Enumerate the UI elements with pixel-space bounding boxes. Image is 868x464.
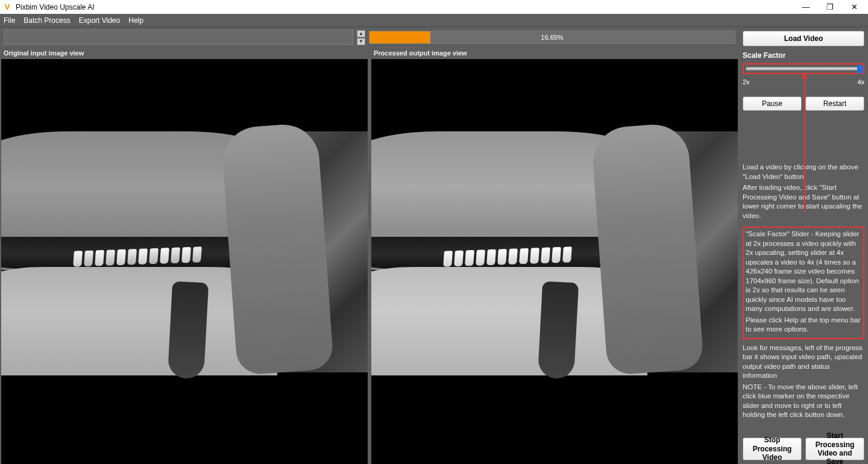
restart-button[interactable]: Restart (805, 96, 864, 111)
frame-stepper: ▲ ▼ (357, 30, 365, 45)
progress-text: 16.65% (541, 34, 563, 41)
progress-bar: 16.65% (369, 31, 735, 44)
instructions-text-2: Look for messages, left of the progress … (743, 343, 864, 422)
menu-bar: File Batch Process Export Video Help (0, 14, 868, 27)
title-bar: V Pixbim Video Upscale AI — ❐ ✕ (0, 0, 868, 14)
menu-batch-process[interactable]: Batch Process (24, 16, 70, 25)
scale-min-label: 2x (743, 78, 750, 86)
stop-processing-button[interactable]: Stop Processing Video (743, 437, 802, 460)
processed-image-view (371, 59, 738, 464)
video-path-display (4, 30, 353, 45)
settings-panel: Load Video Scale Factor 2x 4x Pause Rest… (739, 27, 868, 464)
app-logo-icon: V (2, 2, 12, 12)
scale-max-label: 4x (857, 78, 864, 86)
scale-factor-slider-thumb[interactable] (857, 65, 863, 74)
toolbar-row: ▲ ▼ 16.65% (0, 27, 739, 48)
scale-factor-label: Scale Factor (743, 51, 864, 60)
app-title: Pixbim Video Upscale AI (16, 3, 800, 11)
scale-instructions-highlight: "Scale Factor" Slider - Keeping slider a… (743, 227, 864, 339)
close-button[interactable]: ✕ (849, 2, 860, 11)
scale-factor-slider[interactable] (746, 67, 861, 71)
scale-factor-slider-highlight (743, 63, 864, 74)
original-image-view (1, 59, 368, 464)
maximize-button[interactable]: ❐ (825, 2, 835, 11)
pause-button[interactable]: Pause (743, 96, 802, 111)
stepper-up-button[interactable]: ▲ (357, 30, 365, 37)
start-processing-button[interactable]: Start Processing Video and Save (805, 437, 864, 460)
processed-view-label: Processed output image view (371, 48, 738, 59)
menu-help[interactable]: Help (128, 16, 143, 25)
instructions-text: Load a video by clicking on the above "L… (743, 163, 864, 222)
menu-file[interactable]: File (4, 16, 15, 25)
minimize-button[interactable]: — (800, 2, 811, 11)
stepper-down-button[interactable]: ▼ (357, 38, 365, 45)
menu-export-video[interactable]: Export Video (79, 16, 121, 25)
load-video-button[interactable]: Load Video (743, 31, 864, 46)
original-view-label: Original input image view (1, 48, 368, 59)
